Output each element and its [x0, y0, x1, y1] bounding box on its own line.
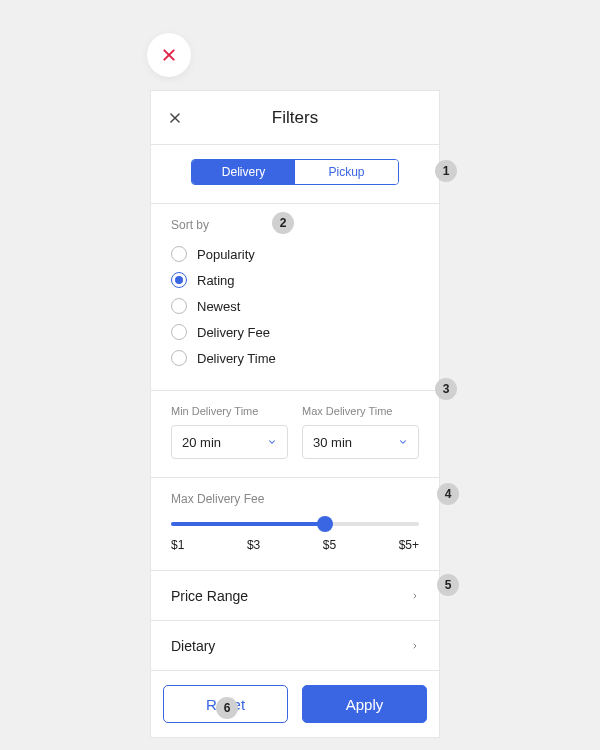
slider-thumb[interactable]	[317, 516, 333, 532]
max-delivery-time-label: Max Delivery Time	[302, 405, 419, 417]
segmented-control: Delivery Pickup	[191, 159, 399, 185]
sort-option-newest[interactable]: Newest	[171, 294, 419, 318]
min-delivery-time-select[interactable]: 20 min	[171, 425, 288, 459]
nav-row-label: Dietary	[171, 638, 215, 654]
radio-icon	[171, 246, 187, 262]
footer: Reset Apply	[151, 671, 439, 737]
header-close-button[interactable]	[165, 108, 185, 128]
dietary-row[interactable]: Dietary	[151, 621, 439, 671]
sort-option-delivery-fee[interactable]: Delivery Fee	[171, 320, 419, 344]
chevron-down-icon	[267, 437, 277, 447]
sort-option-delivery-time[interactable]: Delivery Time	[171, 346, 419, 370]
annotation-marker: 1	[435, 160, 457, 182]
annotation-marker: 6	[216, 697, 238, 719]
max-delivery-time-select[interactable]: 30 min	[302, 425, 419, 459]
header: Filters	[151, 91, 439, 145]
close-icon	[168, 111, 182, 125]
apply-button[interactable]: Apply	[302, 685, 427, 723]
segment-delivery[interactable]: Delivery	[192, 160, 295, 184]
nav-row-label: Price Range	[171, 588, 248, 604]
sort-option-label: Newest	[197, 299, 240, 314]
price-range-row[interactable]: Price Range	[151, 571, 439, 621]
annotation-marker: 3	[435, 378, 457, 400]
sort-option-label: Delivery Time	[197, 351, 276, 366]
annotation-marker: 4	[437, 483, 459, 505]
annotation-marker: 5	[437, 574, 459, 596]
slider-tick: $3	[247, 538, 260, 552]
slider-tick: $1	[171, 538, 184, 552]
radio-icon	[171, 272, 187, 288]
sort-section: Sort by Popularity Rating Newest Deliver…	[151, 204, 439, 391]
fee-slider[interactable]	[171, 522, 419, 526]
delivery-time-section: Min Delivery Time 20 min Max Delivery Ti…	[151, 391, 439, 478]
sort-option-label: Rating	[197, 273, 235, 288]
sort-option-label: Popularity	[197, 247, 255, 262]
select-value: 30 min	[313, 435, 352, 450]
segmented-control-section: Delivery Pickup	[151, 145, 439, 204]
slider-ticks: $1 $3 $5 $5+	[171, 538, 419, 552]
max-delivery-time-column: Max Delivery Time 30 min	[302, 405, 419, 459]
radio-icon	[171, 350, 187, 366]
close-icon	[161, 47, 177, 63]
select-value: 20 min	[182, 435, 221, 450]
max-fee-section: Max Delivery Fee $1 $3 $5 $5+	[151, 478, 439, 571]
chevron-right-icon	[411, 590, 419, 602]
radio-icon	[171, 324, 187, 340]
slider-fill	[171, 522, 325, 526]
sort-option-rating[interactable]: Rating	[171, 268, 419, 292]
segment-pickup[interactable]: Pickup	[295, 160, 398, 184]
chevron-down-icon	[398, 437, 408, 447]
min-delivery-time-column: Min Delivery Time 20 min	[171, 405, 288, 459]
annotation-marker: 2	[272, 212, 294, 234]
slider-tick: $5	[323, 538, 336, 552]
header-title: Filters	[151, 108, 439, 128]
sort-label: Sort by	[171, 218, 419, 232]
max-fee-label: Max Delivery Fee	[171, 492, 419, 506]
sort-option-popularity[interactable]: Popularity	[171, 242, 419, 266]
fab-close-button[interactable]	[147, 33, 191, 77]
radio-icon	[171, 298, 187, 314]
min-delivery-time-label: Min Delivery Time	[171, 405, 288, 417]
filters-panel: Filters Delivery Pickup Sort by Populari…	[150, 90, 440, 738]
slider-tick: $5+	[399, 538, 419, 552]
sort-option-label: Delivery Fee	[197, 325, 270, 340]
chevron-right-icon	[411, 640, 419, 652]
